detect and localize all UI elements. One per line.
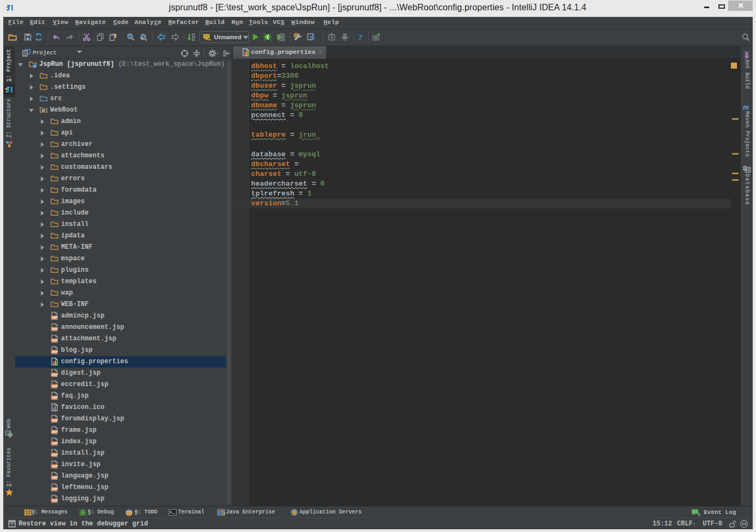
svg-text:A: A [141, 36, 144, 41]
svg-text:?: ? [358, 33, 363, 42]
svg-text:EE: EE [222, 512, 225, 516]
svg-text:JSP: JSP [52, 499, 58, 502]
svg-text:JSP: JSP [52, 419, 58, 422]
svg-text:JSP: JSP [52, 327, 58, 331]
svg-text:m: m [743, 103, 749, 111]
svg-text:JSP: JSP [52, 339, 58, 342]
svg-text:JSP: JSP [52, 350, 58, 353]
svg-text:JSP: JSP [52, 453, 58, 456]
svg-text:JSP: JSP [52, 384, 58, 388]
svg-text:JSP: JSP [52, 487, 58, 491]
svg-text:JSP: JSP [52, 396, 58, 399]
svg-text:JSP: JSP [52, 373, 58, 376]
svg-text:JSP: JSP [52, 442, 58, 445]
svg-text:JSP: JSP [52, 430, 58, 433]
svg-text:JSP: JSP [52, 316, 58, 319]
svg-text:JSP: JSP [52, 476, 58, 479]
svg-text:01: 01 [192, 39, 195, 41]
svg-text:1: 1 [698, 512, 700, 517]
svg-text:JSP: JSP [52, 464, 58, 468]
